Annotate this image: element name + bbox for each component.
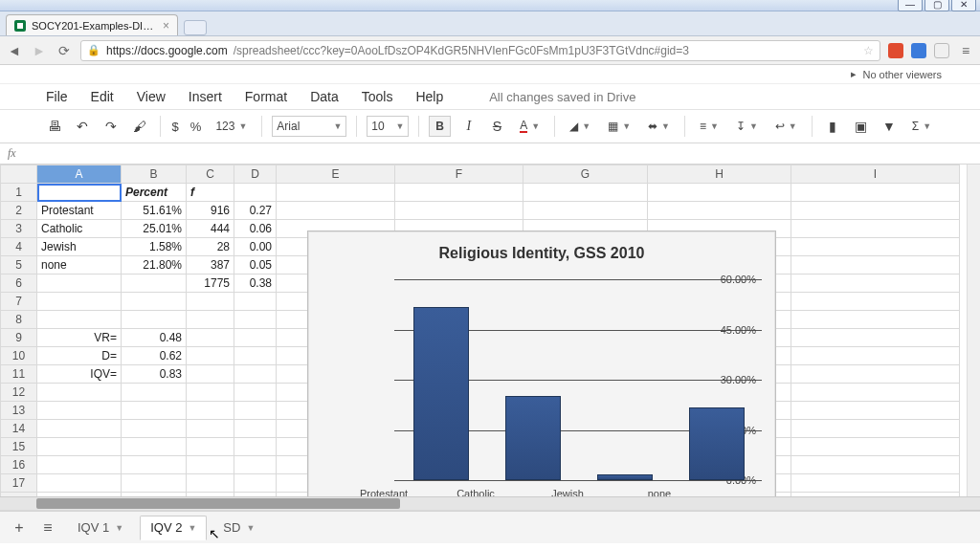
cell-B12[interactable] [122, 384, 187, 402]
font-size-dropdown[interactable]: 10▼ [367, 116, 409, 137]
forward-button[interactable]: ► [31, 42, 48, 59]
cell-C2[interactable]: 916 [187, 202, 234, 220]
row-header-15[interactable]: 15 [1, 438, 37, 456]
row-header-3[interactable]: 3 [1, 220, 37, 238]
cell-H2[interactable] [648, 202, 791, 220]
cell-I9[interactable] [791, 329, 960, 347]
strike-button[interactable]: S [487, 116, 508, 137]
cell-D8[interactable] [234, 311, 277, 329]
cell-F1[interactable] [395, 184, 523, 202]
cell-B7[interactable] [122, 293, 187, 311]
cell-A1[interactable] [37, 184, 122, 202]
menu-data[interactable]: Data [310, 89, 339, 104]
cell-D7[interactable] [234, 293, 277, 311]
cell-A9[interactable]: VR= [37, 329, 122, 347]
add-sheet-button[interactable]: + [10, 518, 29, 538]
cell-D15[interactable] [234, 438, 277, 456]
cell-B5[interactable]: 21.80% [122, 256, 187, 274]
embedded-chart[interactable]: Religious Identity, GSS 2010 0.00%15.00%… [307, 231, 776, 506]
cell-I4[interactable] [791, 238, 960, 256]
col-header-E[interactable]: E [277, 165, 395, 184]
cell-D17[interactable] [234, 474, 277, 493]
cell-B10[interactable]: 0.62 [122, 347, 187, 365]
cell-B3[interactable]: 25.01% [122, 220, 187, 238]
extension-icon-2[interactable] [911, 43, 926, 58]
cell-B9[interactable]: 0.48 [122, 329, 187, 347]
cell-C14[interactable] [187, 420, 234, 438]
cell-C5[interactable]: 387 [187, 256, 234, 274]
cell-D10[interactable] [234, 347, 277, 365]
cell-C17[interactable] [187, 474, 234, 493]
cell-C12[interactable] [187, 384, 234, 402]
formula-bar[interactable]: fx [0, 143, 980, 165]
halign-dropdown[interactable]: ≡▼ [695, 117, 724, 136]
percent-button[interactable]: % [189, 120, 204, 134]
cell-I12[interactable] [791, 384, 960, 402]
cell-C11[interactable] [187, 365, 234, 384]
filter-icon[interactable]: ▼ [879, 116, 900, 137]
cell-B6[interactable] [122, 274, 187, 293]
font-dropdown[interactable]: Arial▼ [272, 116, 346, 137]
cell-A10[interactable]: D= [37, 347, 122, 365]
cell-A3[interactable]: Catholic [37, 220, 122, 238]
row-header-9[interactable]: 9 [1, 329, 37, 347]
cell-B16[interactable] [122, 456, 187, 474]
cell-A5[interactable]: none [37, 256, 122, 274]
italic-button[interactable]: I [458, 116, 479, 137]
cell-C15[interactable] [187, 438, 234, 456]
cell-C1[interactable]: f [187, 184, 234, 202]
cell-A2[interactable]: Protestant [37, 202, 122, 220]
cell-A13[interactable] [37, 402, 122, 420]
col-header-I[interactable]: I [791, 165, 960, 184]
cell-A17[interactable] [37, 474, 122, 493]
cell-A4[interactable]: Jewish [37, 238, 122, 256]
bold-button[interactable]: B [429, 116, 451, 137]
cell-G1[interactable] [523, 184, 648, 202]
valign-dropdown[interactable]: ↧▼ [731, 117, 763, 136]
currency-button[interactable]: $ [170, 120, 181, 134]
row-header-4[interactable]: 4 [1, 238, 37, 256]
sheet-tab-iqv-1[interactable]: IQV 1▼ [67, 516, 134, 540]
window-close-button[interactable]: ✕ [951, 0, 976, 11]
cell-I7[interactable] [791, 293, 960, 311]
row-header-14[interactable]: 14 [1, 420, 37, 438]
window-minimize-button[interactable]: — [898, 0, 923, 11]
cell-I5[interactable] [791, 256, 960, 274]
wrap-dropdown[interactable]: ↩▼ [770, 117, 802, 136]
cell-B15[interactable] [122, 438, 187, 456]
back-button[interactable]: ◄ [6, 42, 23, 59]
cell-I2[interactable] [791, 202, 960, 220]
scroll-thumb[interactable] [36, 498, 400, 509]
caret-down-icon[interactable]: ▼ [246, 523, 255, 533]
sheet-tab-sd[interactable]: SD▼ [212, 516, 265, 540]
cell-I1[interactable] [791, 184, 960, 202]
col-header-B[interactable]: B [122, 165, 187, 184]
row-header-17[interactable]: 17 [1, 474, 37, 493]
browser-tab[interactable]: SOCY201-Examples-DISPE × [6, 14, 178, 35]
cell-C7[interactable] [187, 293, 234, 311]
menu-edit[interactable]: Edit [91, 89, 114, 104]
insert-chart-icon[interactable]: ▮ [822, 116, 843, 137]
cell-I15[interactable] [791, 438, 960, 456]
undo-icon[interactable]: ↶ [73, 116, 94, 137]
extension-icon-1[interactable] [888, 43, 903, 58]
chrome-menu-icon[interactable]: ≡ [957, 42, 974, 59]
cell-C10[interactable] [187, 347, 234, 365]
reload-button[interactable]: ⟳ [56, 42, 73, 59]
cell-D4[interactable]: 0.00 [234, 238, 277, 256]
cell-D1[interactable] [234, 184, 277, 202]
row-header-6[interactable]: 6 [1, 274, 37, 293]
cell-A6[interactable] [37, 274, 122, 293]
spreadsheet-grid[interactable]: ABCDEFGHI1Percentf2Protestant51.61%9160.… [0, 165, 980, 511]
text-color-dropdown[interactable]: A▼ [515, 117, 545, 136]
cell-A15[interactable] [37, 438, 122, 456]
functions-dropdown[interactable]: Σ▼ [907, 117, 936, 136]
cell-I10[interactable] [791, 347, 960, 365]
fill-color-dropdown[interactable]: ◢▼ [565, 117, 595, 136]
menu-format[interactable]: Format [245, 89, 287, 104]
row-header-8[interactable]: 8 [1, 311, 37, 329]
cell-C13[interactable] [187, 402, 234, 420]
window-maximize-button[interactable]: ▢ [924, 0, 949, 11]
cell-C6[interactable]: 1775 [187, 274, 234, 293]
extension-icon-3[interactable] [934, 43, 949, 58]
